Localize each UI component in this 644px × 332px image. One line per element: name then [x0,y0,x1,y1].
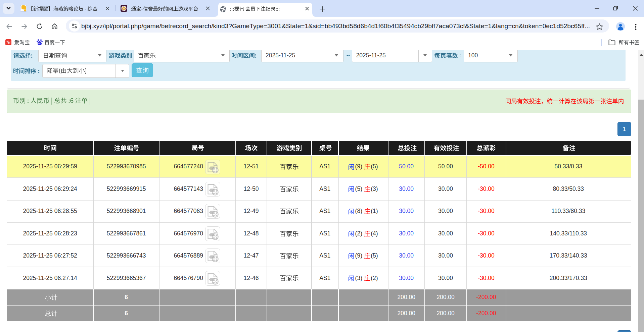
svg-text:du: du [38,42,41,45]
